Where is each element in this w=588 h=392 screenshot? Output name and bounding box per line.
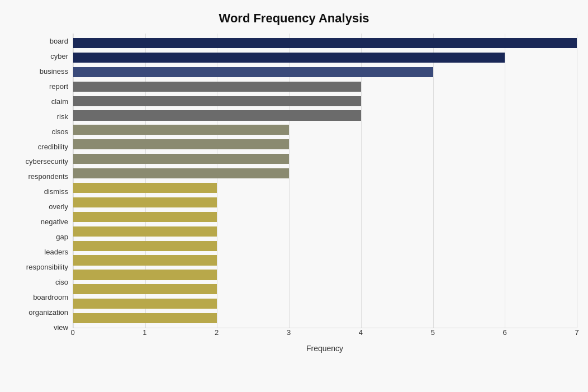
x-tick-5: 5 [431,328,435,337]
y-label-cisos: cisos [51,128,68,135]
y-label-overly: overly [49,203,68,210]
bar-row-credibility [73,137,577,152]
bar-boardroom [73,284,217,294]
x-tick-0: 0 [70,328,74,337]
x-tick-2: 2 [215,328,219,337]
bar-row-board [73,36,577,50]
bars-and-x: 01234567 Frequency [73,34,577,353]
bar-report [73,82,361,92]
bar-row-overly [73,195,577,210]
bar-business [73,67,433,77]
bar-row-view [73,311,577,325]
y-label-claim: claim [51,98,68,105]
bar-ciso [73,270,217,280]
x-axis-container: 01234567 [73,328,577,342]
y-label-cybersecurity: cybersecurity [25,158,68,165]
bar-credibility [73,139,289,149]
bar-row-responsibility [73,253,577,268]
chart-area: boardcyberbusinessreportclaimriskcisoscr… [11,34,577,353]
chart-title: Word Frequency Analysis [11,11,577,26]
y-labels: boardcyberbusinessreportclaimriskcisoscr… [11,34,73,353]
bar-dismiss [73,183,217,193]
y-label-respondents: respondents [28,173,68,180]
bar-row-boardroom [73,282,577,296]
bar-organization [73,299,217,309]
bar-row-ciso [73,268,577,282]
x-tick-3: 3 [287,328,291,337]
bar-row-cisos [73,122,577,137]
x-axis-title: Frequency [73,344,577,353]
y-label-negative: negative [41,218,68,225]
y-label-responsibility: responsibility [26,263,68,271]
bar-leaders [73,241,217,251]
chart-container: Word Frequency Analysis boardcyberbusine… [0,0,588,392]
bar-row-respondents [73,166,577,181]
bar-row-claim [73,94,577,108]
y-label-ciso: ciso [55,278,68,286]
bar-gap [73,226,217,237]
x-tick-7: 7 [575,328,578,337]
bar-negative [73,212,217,222]
y-label-organization: organization [29,309,68,316]
x-tick-1: 1 [143,328,146,337]
bars-grid [73,34,577,328]
bar-row-organization [73,296,577,311]
bars-wrapper [73,34,577,328]
grid-line-7 [577,34,577,328]
bar-claim [73,96,361,106]
bar-cisos [73,125,289,135]
bar-row-cybersecurity [73,152,577,166]
bar-cyber [73,53,505,63]
y-label-credibility: credibility [38,143,68,150]
bar-view [73,313,217,323]
y-label-gap: gap [56,233,68,240]
bar-respondents [73,168,289,178]
y-label-leaders: leaders [44,248,68,256]
bar-row-negative [73,210,577,224]
bar-row-dismiss [73,181,577,195]
y-label-dismiss: dismiss [44,188,68,195]
y-label-cyber: cyber [50,53,68,60]
y-label-view: view [54,324,68,331]
y-label-risk: risk [57,113,68,120]
x-tick-4: 4 [359,328,363,337]
bar-row-business [73,65,577,79]
bar-overly [73,197,217,207]
bar-row-leaders [73,239,577,253]
bar-row-risk [73,108,577,123]
bar-row-cyber [73,50,577,65]
bar-responsibility [73,255,217,265]
y-label-business: business [40,68,68,75]
bar-board [73,38,577,48]
x-tick-6: 6 [503,328,507,337]
y-label-boardroom: boardroom [33,294,68,301]
y-label-report: report [49,83,68,90]
bar-cybersecurity [73,154,289,164]
bar-row-gap [73,224,577,239]
y-label-board: board [50,37,68,45]
bar-risk [73,110,361,120]
bar-row-report [73,79,577,94]
